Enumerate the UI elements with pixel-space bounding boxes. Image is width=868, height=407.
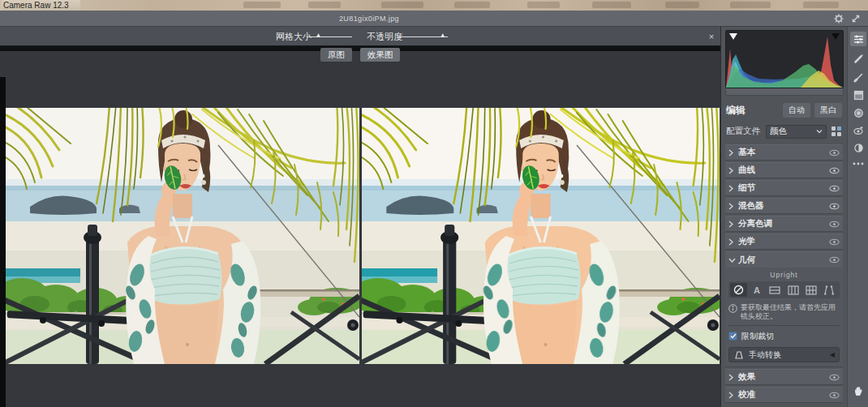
constrain-crop-label: 限制裁切 — [741, 331, 774, 342]
fullscreen-toggle-icon[interactable] — [849, 12, 862, 25]
manual-transform-row[interactable]: 手动转换 ◀ — [728, 347, 840, 362]
upright-mode-group: A — [728, 281, 840, 298]
manual-transform-label: 手动转换 — [749, 349, 830, 361]
opacity-slider-thumb[interactable]: ▲ — [440, 32, 446, 39]
profile-browser-icon[interactable] — [831, 126, 842, 137]
black-white-button[interactable]: 黑白 — [814, 103, 842, 118]
radial-filter-tool-icon[interactable] — [850, 105, 866, 120]
more-options-icon[interactable] — [850, 156, 866, 171]
upright-full-button[interactable] — [803, 283, 820, 297]
chevron-down-icon — [816, 129, 823, 134]
hand-tool-icon[interactable] — [850, 383, 866, 398]
chevron-right-icon — [728, 185, 738, 192]
panel-section-curve[interactable]: 曲线 — [725, 162, 843, 178]
chevron-right-icon — [728, 374, 738, 381]
before-photo[interactable] — [6, 108, 359, 364]
upright-label: Upright — [728, 271, 840, 279]
grid-size-slider[interactable]: ▲ — [307, 27, 352, 46]
chevron-right-icon — [728, 238, 738, 246]
adjustment-brush-tool-icon[interactable] — [850, 70, 866, 84]
panel-section-effects[interactable]: 效果 — [725, 369, 843, 385]
eye-icon[interactable] — [827, 392, 840, 399]
upright-vertical-button[interactable] — [784, 283, 801, 297]
section-label: 基本 — [738, 147, 827, 158]
edit-tool-icon[interactable] — [850, 32, 866, 46]
window-title: Camera Raw 12.3 — [2, 0, 80, 11]
settings-gear-icon[interactable] — [832, 12, 845, 25]
preview-mode-buttons: 原图 效果图 — [0, 46, 720, 66]
panel-section-optics[interactable]: 光学 — [725, 233, 843, 250]
profile-label: 配置文件 — [726, 126, 760, 137]
section-label: 混色器 — [738, 200, 827, 212]
eye-icon[interactable] — [827, 167, 840, 174]
eye-icon[interactable] — [827, 374, 840, 381]
red-eye-tool-icon[interactable] — [850, 123, 866, 138]
eye-icon[interactable] — [827, 185, 840, 192]
eye-icon[interactable] — [827, 203, 840, 210]
geometry-note-text: 要获取最佳结果，请首先应用镜头校正。 — [741, 303, 840, 321]
graduated-filter-tool-icon[interactable] — [850, 88, 866, 102]
camera-raw-window: Camera Raw 12.3 2U81gix0iPM.jpg — [0, 0, 868, 407]
upright-auto-button[interactable]: A — [748, 283, 765, 297]
histogram-info-strip — [725, 88, 844, 96]
eye-icon[interactable] — [827, 149, 840, 156]
edit-panel: 编辑 自动 黑白 配置文件 颜色 基本 曲线 — [720, 27, 847, 407]
upright-level-button[interactable] — [767, 283, 784, 297]
chevron-right-icon — [728, 203, 738, 210]
tool-rail — [847, 27, 868, 407]
highlight-clip-indicator — [831, 33, 840, 40]
chevron-right-icon — [728, 392, 738, 399]
grid-size-slider-thumb[interactable]: ▲ — [316, 32, 322, 39]
chevron-down-icon — [728, 258, 738, 263]
section-label: 校准 — [738, 389, 827, 401]
geometry-panel-body: Upright A — [725, 268, 843, 367]
profile-dropdown[interactable]: 颜色 — [766, 125, 827, 139]
divider — [728, 325, 840, 326]
panel-section-mixer[interactable]: 混色器 — [725, 198, 843, 214]
panel-section-basic[interactable]: 基本 — [725, 144, 843, 161]
chevron-right-icon — [728, 167, 738, 174]
collapse-left-icon[interactable]: ◀ — [830, 351, 835, 358]
perspective-icon — [733, 350, 745, 360]
constrain-crop-row[interactable]: 限制裁切 — [728, 330, 840, 342]
opacity-slider[interactable]: ▲ — [397, 27, 448, 46]
image-viewer: 网格大小 ▲ 不透明度 ▲ × 原图 效果图 — [0, 27, 720, 407]
panel-section-calibration[interactable]: 校准 — [725, 387, 843, 403]
section-label: 效果 — [738, 371, 827, 383]
snapshots-tool-icon[interactable] — [850, 140, 866, 155]
eye-icon[interactable] — [827, 221, 840, 228]
healing-brush-tool-icon[interactable] — [850, 51, 866, 66]
preview-toolbar: 网格大小 ▲ 不透明度 ▲ × — [0, 27, 720, 46]
before-view-button[interactable]: 原图 — [320, 48, 352, 62]
constrain-crop-checkbox[interactable] — [728, 332, 737, 341]
eye-icon[interactable] — [827, 256, 840, 263]
close-toolbar-button[interactable]: × — [706, 27, 717, 46]
edit-panel-title: 编辑 — [726, 104, 779, 118]
upright-guided-button[interactable] — [821, 283, 838, 297]
top-bar: 2U81gix0iPM.jpg — [0, 11, 868, 27]
window-titlebar[interactable]: Camera Raw 12.3 — [0, 0, 868, 11]
panel-section-geometry[interactable]: 几何 — [725, 251, 843, 268]
section-label: 几何 — [738, 255, 827, 266]
section-label: 细节 — [738, 182, 827, 194]
upright-off-button[interactable] — [730, 283, 747, 297]
viewer-left-edge — [0, 77, 6, 407]
section-label: 分离色调 — [738, 218, 827, 229]
chevron-right-icon — [728, 221, 738, 228]
auto-button[interactable]: 自动 — [783, 103, 810, 118]
open-filename: 2U81gix0iPM.jpg — [0, 11, 738, 27]
panel-section-split-toning[interactable]: 分离色调 — [725, 216, 843, 232]
shadow-clip-indicator — [729, 33, 737, 40]
after-view-button[interactable]: 效果图 — [360, 48, 401, 62]
panel-section-detail[interactable]: 细节 — [725, 180, 843, 196]
profile-value: 颜色 — [770, 126, 816, 137]
section-label: 光学 — [738, 236, 827, 247]
chevron-right-icon — [728, 149, 738, 156]
after-photo[interactable] — [362, 108, 720, 364]
eye-icon[interactable] — [827, 238, 840, 246]
histogram[interactable] — [725, 30, 844, 88]
info-icon — [728, 304, 737, 313]
section-label: 曲线 — [738, 165, 827, 176]
